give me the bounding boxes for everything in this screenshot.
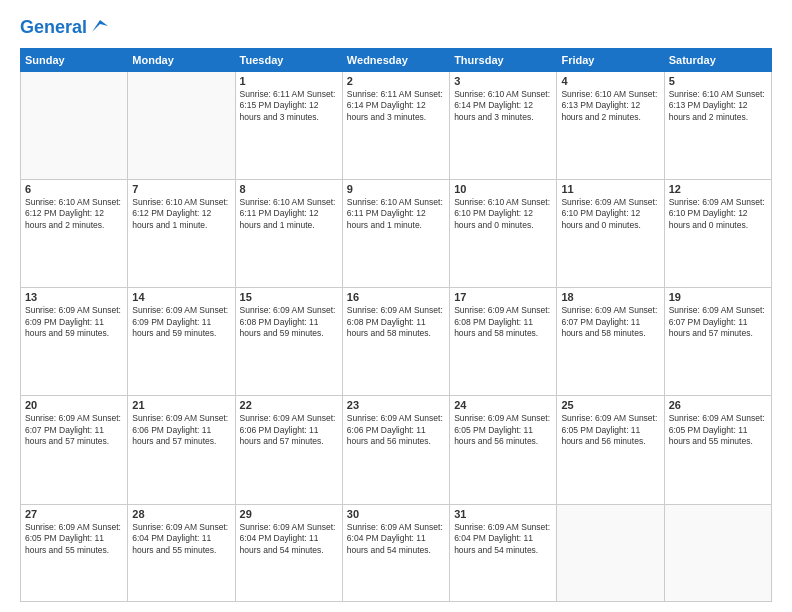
day-number: 21 xyxy=(132,399,230,411)
day-number: 13 xyxy=(25,291,123,303)
day-info: Sunrise: 6:09 AM Sunset: 6:10 PM Dayligh… xyxy=(669,197,767,231)
day-info: Sunrise: 6:10 AM Sunset: 6:11 PM Dayligh… xyxy=(347,197,445,231)
day-info: Sunrise: 6:11 AM Sunset: 6:15 PM Dayligh… xyxy=(240,89,338,123)
day-info: Sunrise: 6:10 AM Sunset: 6:12 PM Dayligh… xyxy=(132,197,230,231)
logo-text: General xyxy=(20,18,87,38)
day-number: 18 xyxy=(561,291,659,303)
logo-bird-icon xyxy=(90,18,108,36)
day-number: 14 xyxy=(132,291,230,303)
day-info: Sunrise: 6:09 AM Sunset: 6:05 PM Dayligh… xyxy=(25,522,123,556)
calendar-day-cell: 2Sunrise: 6:11 AM Sunset: 6:14 PM Daylig… xyxy=(342,71,449,179)
day-info: Sunrise: 6:10 AM Sunset: 6:13 PM Dayligh… xyxy=(561,89,659,123)
calendar-day-cell: 5Sunrise: 6:10 AM Sunset: 6:13 PM Daylig… xyxy=(664,71,771,179)
day-number: 24 xyxy=(454,399,552,411)
day-info: Sunrise: 6:11 AM Sunset: 6:14 PM Dayligh… xyxy=(347,89,445,123)
day-info: Sunrise: 6:09 AM Sunset: 6:10 PM Dayligh… xyxy=(561,197,659,231)
day-number: 22 xyxy=(240,399,338,411)
day-info: Sunrise: 6:09 AM Sunset: 6:05 PM Dayligh… xyxy=(561,413,659,447)
day-number: 27 xyxy=(25,508,123,520)
day-number: 29 xyxy=(240,508,338,520)
calendar-day-cell: 11Sunrise: 6:09 AM Sunset: 6:10 PM Dayli… xyxy=(557,180,664,288)
day-info: Sunrise: 6:09 AM Sunset: 6:07 PM Dayligh… xyxy=(561,305,659,339)
calendar-day-cell: 17Sunrise: 6:09 AM Sunset: 6:08 PM Dayli… xyxy=(450,288,557,396)
calendar-day-cell: 30Sunrise: 6:09 AM Sunset: 6:04 PM Dayli… xyxy=(342,504,449,601)
day-number: 12 xyxy=(669,183,767,195)
calendar-week-row: 6Sunrise: 6:10 AM Sunset: 6:12 PM Daylig… xyxy=(21,180,772,288)
day-info: Sunrise: 6:09 AM Sunset: 6:08 PM Dayligh… xyxy=(347,305,445,339)
day-info: Sunrise: 6:10 AM Sunset: 6:13 PM Dayligh… xyxy=(669,89,767,123)
calendar-day-cell: 31Sunrise: 6:09 AM Sunset: 6:04 PM Dayli… xyxy=(450,504,557,601)
weekday-header: Saturday xyxy=(664,48,771,71)
day-number: 6 xyxy=(25,183,123,195)
weekday-header: Friday xyxy=(557,48,664,71)
calendar-table: SundayMondayTuesdayWednesdayThursdayFrid… xyxy=(20,48,772,602)
day-info: Sunrise: 6:09 AM Sunset: 6:09 PM Dayligh… xyxy=(132,305,230,339)
calendar-day-cell: 27Sunrise: 6:09 AM Sunset: 6:05 PM Dayli… xyxy=(21,504,128,601)
day-number: 23 xyxy=(347,399,445,411)
day-info: Sunrise: 6:10 AM Sunset: 6:10 PM Dayligh… xyxy=(454,197,552,231)
day-number: 31 xyxy=(454,508,552,520)
day-number: 28 xyxy=(132,508,230,520)
day-number: 16 xyxy=(347,291,445,303)
day-number: 25 xyxy=(561,399,659,411)
calendar-day-cell: 16Sunrise: 6:09 AM Sunset: 6:08 PM Dayli… xyxy=(342,288,449,396)
day-info: Sunrise: 6:09 AM Sunset: 6:09 PM Dayligh… xyxy=(25,305,123,339)
weekday-header: Sunday xyxy=(21,48,128,71)
calendar-day-cell: 18Sunrise: 6:09 AM Sunset: 6:07 PM Dayli… xyxy=(557,288,664,396)
day-number: 26 xyxy=(669,399,767,411)
calendar-header-row: SundayMondayTuesdayWednesdayThursdayFrid… xyxy=(21,48,772,71)
calendar-day-cell: 4Sunrise: 6:10 AM Sunset: 6:13 PM Daylig… xyxy=(557,71,664,179)
weekday-header: Monday xyxy=(128,48,235,71)
day-info: Sunrise: 6:09 AM Sunset: 6:05 PM Dayligh… xyxy=(454,413,552,447)
day-info: Sunrise: 6:09 AM Sunset: 6:06 PM Dayligh… xyxy=(132,413,230,447)
calendar-week-row: 27Sunrise: 6:09 AM Sunset: 6:05 PM Dayli… xyxy=(21,504,772,601)
day-info: Sunrise: 6:09 AM Sunset: 6:04 PM Dayligh… xyxy=(132,522,230,556)
day-number: 20 xyxy=(25,399,123,411)
header: General xyxy=(20,18,772,38)
calendar-day-cell: 7Sunrise: 6:10 AM Sunset: 6:12 PM Daylig… xyxy=(128,180,235,288)
day-number: 3 xyxy=(454,75,552,87)
day-info: Sunrise: 6:09 AM Sunset: 6:07 PM Dayligh… xyxy=(25,413,123,447)
day-number: 8 xyxy=(240,183,338,195)
calendar-day-cell xyxy=(128,71,235,179)
day-info: Sunrise: 6:10 AM Sunset: 6:14 PM Dayligh… xyxy=(454,89,552,123)
calendar-day-cell xyxy=(664,504,771,601)
day-info: Sunrise: 6:10 AM Sunset: 6:11 PM Dayligh… xyxy=(240,197,338,231)
day-number: 5 xyxy=(669,75,767,87)
day-info: Sunrise: 6:09 AM Sunset: 6:04 PM Dayligh… xyxy=(454,522,552,556)
page: General SundayMondayTuesdayWednesdayThur… xyxy=(0,0,792,612)
calendar-day-cell: 29Sunrise: 6:09 AM Sunset: 6:04 PM Dayli… xyxy=(235,504,342,601)
day-number: 17 xyxy=(454,291,552,303)
calendar-day-cell: 13Sunrise: 6:09 AM Sunset: 6:09 PM Dayli… xyxy=(21,288,128,396)
calendar-day-cell: 10Sunrise: 6:10 AM Sunset: 6:10 PM Dayli… xyxy=(450,180,557,288)
day-number: 9 xyxy=(347,183,445,195)
day-number: 30 xyxy=(347,508,445,520)
calendar-day-cell: 8Sunrise: 6:10 AM Sunset: 6:11 PM Daylig… xyxy=(235,180,342,288)
calendar-day-cell: 9Sunrise: 6:10 AM Sunset: 6:11 PM Daylig… xyxy=(342,180,449,288)
calendar-day-cell: 6Sunrise: 6:10 AM Sunset: 6:12 PM Daylig… xyxy=(21,180,128,288)
calendar-day-cell: 26Sunrise: 6:09 AM Sunset: 6:05 PM Dayli… xyxy=(664,396,771,504)
calendar-day-cell xyxy=(557,504,664,601)
day-number: 2 xyxy=(347,75,445,87)
calendar-day-cell: 19Sunrise: 6:09 AM Sunset: 6:07 PM Dayli… xyxy=(664,288,771,396)
calendar-day-cell: 20Sunrise: 6:09 AM Sunset: 6:07 PM Dayli… xyxy=(21,396,128,504)
calendar-day-cell: 14Sunrise: 6:09 AM Sunset: 6:09 PM Dayli… xyxy=(128,288,235,396)
day-info: Sunrise: 6:09 AM Sunset: 6:06 PM Dayligh… xyxy=(240,413,338,447)
day-info: Sunrise: 6:09 AM Sunset: 6:06 PM Dayligh… xyxy=(347,413,445,447)
day-number: 15 xyxy=(240,291,338,303)
day-info: Sunrise: 6:10 AM Sunset: 6:12 PM Dayligh… xyxy=(25,197,123,231)
weekday-header: Thursday xyxy=(450,48,557,71)
calendar-day-cell: 12Sunrise: 6:09 AM Sunset: 6:10 PM Dayli… xyxy=(664,180,771,288)
day-info: Sunrise: 6:09 AM Sunset: 6:04 PM Dayligh… xyxy=(347,522,445,556)
day-number: 10 xyxy=(454,183,552,195)
weekday-header: Wednesday xyxy=(342,48,449,71)
day-number: 19 xyxy=(669,291,767,303)
calendar-day-cell: 23Sunrise: 6:09 AM Sunset: 6:06 PM Dayli… xyxy=(342,396,449,504)
weekday-header: Tuesday xyxy=(235,48,342,71)
day-number: 4 xyxy=(561,75,659,87)
calendar-day-cell: 24Sunrise: 6:09 AM Sunset: 6:05 PM Dayli… xyxy=(450,396,557,504)
day-info: Sunrise: 6:09 AM Sunset: 6:07 PM Dayligh… xyxy=(669,305,767,339)
day-info: Sunrise: 6:09 AM Sunset: 6:05 PM Dayligh… xyxy=(669,413,767,447)
day-info: Sunrise: 6:09 AM Sunset: 6:08 PM Dayligh… xyxy=(240,305,338,339)
calendar-week-row: 13Sunrise: 6:09 AM Sunset: 6:09 PM Dayli… xyxy=(21,288,772,396)
